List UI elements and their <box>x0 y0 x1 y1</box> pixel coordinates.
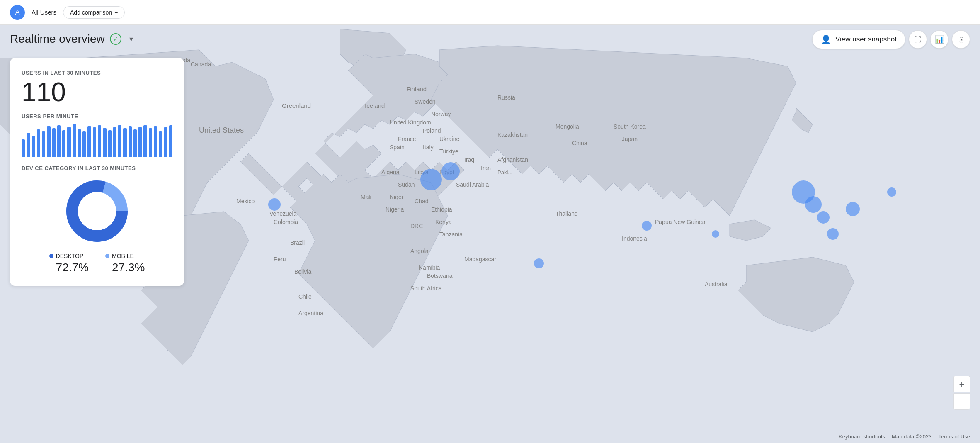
map-data-label: Map data ©2023 <box>892 433 931 440</box>
users-label: USERS IN LAST 30 MINUTES <box>22 70 172 76</box>
page-header: Realtime overview ✓ ▾ <box>0 25 146 46</box>
mobile-dot <box>105 254 109 258</box>
status-icon: ✓ <box>110 33 121 45</box>
svg-text:Chile: Chile <box>298 293 312 300</box>
svg-text:Japan: Japan <box>622 136 638 142</box>
svg-text:Poland: Poland <box>423 127 441 134</box>
bar <box>78 129 81 157</box>
chart-button[interactable]: 📊 <box>930 30 948 49</box>
svg-text:Indonesia: Indonesia <box>622 235 647 242</box>
add-comparison-button[interactable]: Add comparison + <box>63 6 125 19</box>
fullscreen-button[interactable]: ⛶ <box>909 30 927 49</box>
bar <box>143 125 147 157</box>
bar <box>133 129 137 157</box>
bar <box>57 125 61 157</box>
bar <box>42 131 45 157</box>
map-bubble <box>827 228 839 240</box>
svg-text:France: France <box>398 136 416 142</box>
svg-text:Brazil: Brazil <box>290 239 305 246</box>
svg-text:Afghanistan: Afghanistan <box>497 156 528 163</box>
svg-text:Thailand: Thailand <box>555 210 578 217</box>
share-button[interactable]: ⎘ <box>952 30 970 49</box>
svg-text:Greenland: Greenland <box>282 102 311 109</box>
plus-icon: + <box>114 9 118 16</box>
svg-text:Sudan: Sudan <box>398 181 415 188</box>
svg-text:Colombia: Colombia <box>274 219 298 225</box>
avatar: A <box>10 5 25 20</box>
top-bar: A All Users Add comparison + <box>0 0 980 25</box>
svg-text:United States: United States <box>199 126 244 134</box>
mobile-label: MOBILE <box>112 253 134 259</box>
svg-text:Bolivia: Bolivia <box>294 268 311 275</box>
svg-text:Chad: Chad <box>415 198 428 204</box>
map-bubble <box>846 202 860 216</box>
svg-text:Russia: Russia <box>497 94 515 101</box>
svg-text:United Kingdom: United Kingdom <box>390 119 431 126</box>
svg-text:Iceland: Iceland <box>365 102 385 109</box>
bar <box>73 124 76 157</box>
keyboard-shortcuts-link[interactable]: Keyboard shortcuts <box>839 433 885 440</box>
page-title: Realtime overview <box>10 32 105 46</box>
bar <box>37 129 40 157</box>
main-content: United States Greenland Iceland Finland … <box>0 25 980 443</box>
zoom-out-icon: – <box>959 396 964 407</box>
map-bubble <box>805 196 822 213</box>
svg-text:Mexico: Mexico <box>236 198 255 204</box>
chart-icon: 📊 <box>935 35 944 44</box>
svg-text:Argentina: Argentina <box>298 310 323 316</box>
bar <box>103 128 106 157</box>
stats-card: USERS IN LAST 30 MINUTES 110 USERS PER M… <box>10 58 184 286</box>
mobile-percentage: 27.3% <box>105 261 145 274</box>
terms-link[interactable]: Terms of Use <box>938 433 970 440</box>
svg-point-58 <box>78 192 116 230</box>
donut-chart <box>22 178 172 244</box>
map-bubble <box>887 187 896 197</box>
desktop-percentage: 72.7% <box>49 261 89 274</box>
bar <box>149 128 152 157</box>
zoom-out-button[interactable]: – <box>953 393 970 410</box>
bar <box>62 130 65 157</box>
bar <box>118 125 121 157</box>
desktop-dot <box>49 254 53 258</box>
svg-text:Namibia: Namibia <box>419 264 440 271</box>
svg-text:Nigeria: Nigeria <box>386 206 404 213</box>
bar <box>159 131 162 157</box>
svg-text:Paki...: Paki... <box>497 169 512 175</box>
mobile-legend: MOBILE 27.3% <box>105 253 145 274</box>
fullscreen-icon: ⛶ <box>914 35 922 44</box>
svg-text:Finland: Finland <box>406 85 427 92</box>
map-bubble <box>268 198 281 211</box>
svg-text:Kazakhstan: Kazakhstan <box>497 131 528 138</box>
share-icon: ⎘ <box>959 35 963 44</box>
svg-text:Türkiye: Türkiye <box>439 148 458 155</box>
svg-text:Italy: Italy <box>423 144 434 151</box>
bar <box>108 130 112 157</box>
svg-text:Saudi Arabia: Saudi Arabia <box>456 181 489 188</box>
bar <box>52 128 56 157</box>
desktop-label: DESKTOP <box>56 253 84 259</box>
all-users-button[interactable]: All Users <box>32 9 56 16</box>
svg-text:Kenya: Kenya <box>435 219 452 225</box>
svg-text:Angola: Angola <box>410 248 429 254</box>
view-snapshot-button[interactable]: 👤 View user snapshot <box>812 30 905 49</box>
bar <box>98 125 101 157</box>
map-bubble <box>817 211 830 224</box>
users-value: 110 <box>22 78 172 107</box>
svg-text:Ukraine: Ukraine <box>439 136 459 142</box>
dropdown-arrow-icon[interactable]: ▾ <box>126 34 136 44</box>
desktop-legend: DESKTOP 72.7% <box>49 253 89 274</box>
per-minute-label: USERS PER MINUTE <box>22 113 172 119</box>
svg-text:Norway: Norway <box>431 111 451 117</box>
bar <box>32 136 35 157</box>
svg-text:Venezuela: Venezuela <box>269 210 297 217</box>
svg-text:South Korea: South Korea <box>614 123 646 130</box>
map-bubble <box>642 221 652 231</box>
zoom-in-icon: + <box>959 379 965 390</box>
bar <box>47 126 50 157</box>
svg-text:Iraq: Iraq <box>464 156 474 163</box>
top-right-toolbar: 👤 View user snapshot ⛶ 📊 ⎘ <box>812 30 970 49</box>
zoom-in-button[interactable]: + <box>953 376 970 392</box>
bar <box>67 127 70 157</box>
bar-chart <box>22 124 172 157</box>
bar <box>138 127 142 157</box>
